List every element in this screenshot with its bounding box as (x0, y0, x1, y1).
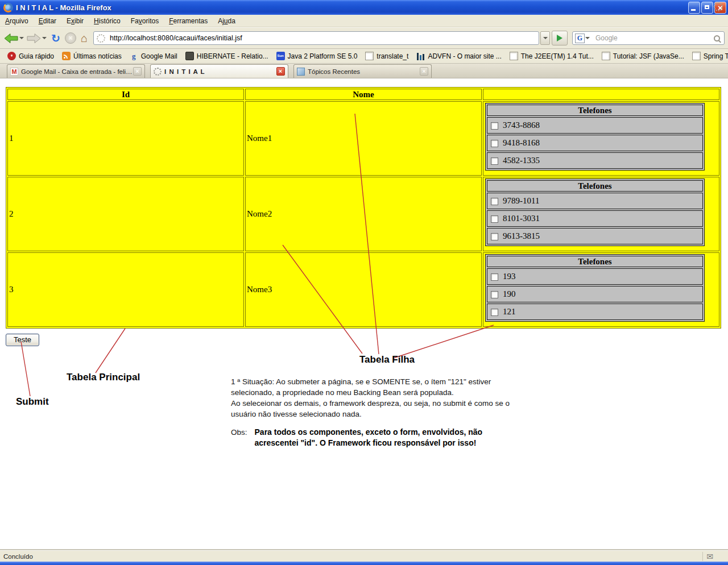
status-text: Concluído (3, 553, 702, 560)
browser-tab[interactable]: I N I T I A L × (150, 64, 288, 78)
bookmark-icon (692, 52, 701, 60)
menu-item[interactable]: Favoritos (126, 15, 164, 27)
home-icon[interactable]: ⌂ (81, 32, 88, 45)
forward-dropdown-icon[interactable] (42, 37, 47, 39)
phone-row: 190 (487, 286, 703, 302)
bookmark-item[interactable]: Sun Java 2 Platform SE 5.0 (272, 51, 362, 61)
teste-button[interactable]: Teste (6, 334, 39, 346)
tabela-principal-annotation: Tabela Principal (67, 372, 140, 383)
id-cell: 2 (7, 177, 244, 251)
id-cell: 3 (7, 252, 244, 327)
phone-number: 9613-3815 (503, 232, 540, 241)
back-dropdown-icon[interactable] (19, 37, 24, 39)
bookmark-item[interactable]: Últimas notícias (58, 51, 126, 61)
firefox-icon (3, 3, 13, 13)
navigation-toolbar: ↻ × ⌂ G (0, 27, 728, 49)
phone-checkbox[interactable] (491, 273, 498, 281)
menu-item[interactable]: Arquivo (0, 15, 34, 27)
back-arrow-icon (3, 32, 19, 44)
url-field[interactable] (93, 31, 539, 45)
mail-icon[interactable]: ✉ (702, 552, 717, 561)
tab-favicon (297, 68, 305, 76)
url-input[interactable] (109, 34, 536, 43)
tab-close-icon[interactable]: × (133, 67, 142, 76)
bookmark-item[interactable]: Spring Tutorial iBatis ... (688, 51, 728, 61)
stop-icon[interactable]: × (65, 32, 76, 44)
phone-checkbox[interactable] (491, 309, 498, 316)
url-history-dropdown[interactable] (540, 31, 550, 45)
bookmark-item[interactable]: translate_t (361, 51, 412, 61)
bookmark-item[interactable]: Guia rápido (3, 51, 58, 61)
phone-number: 121 (503, 308, 516, 317)
menu-item[interactable]: Ferramentas (164, 15, 213, 27)
main-table-header-row: Id Nome (7, 89, 719, 100)
phone-cell: 4582-1335 (487, 152, 703, 169)
bookmark-item[interactable]: The J2EE(TM) 1.4 Tut... (506, 51, 598, 61)
bookmark-icon: Sun (276, 52, 285, 60)
tab-close-icon[interactable]: × (420, 67, 428, 76)
phone-cell: 9613-3815 (487, 228, 703, 244)
phone-number: 9789-1011 (503, 197, 539, 206)
obs-label: Obs: (231, 427, 247, 448)
phone-checkbox[interactable] (491, 215, 498, 223)
search-icon[interactable] (714, 35, 720, 41)
situacao-paragraph: 1 ª Situação: Ao submeter a página, se e… (231, 376, 510, 419)
tab-favicon (154, 68, 162, 76)
phone-checkbox[interactable] (491, 198, 498, 205)
browser-tab[interactable]: Tópicos Recentes × (293, 64, 432, 78)
menu-item[interactable]: Exibir (61, 15, 89, 27)
browser-tab[interactable]: M Google Mail - Caixa de entrada - felip… (7, 64, 145, 78)
child-table-header: Telefones (487, 256, 703, 267)
phone-row: 3743-8868 (487, 117, 703, 134)
bookmark-label: Tutorial: JSF (JavaSe... (613, 52, 684, 60)
phone-checkbox[interactable] (491, 122, 498, 130)
tab-label: Google Mail - Caixa de entrada - felipe.… (21, 68, 133, 75)
child-table-cell: Telefones 193 190 121 (483, 252, 719, 327)
nome-cell: Nome2 (245, 177, 482, 251)
bookmark-icon: g (130, 52, 138, 60)
text-line: selecionado, a propriedade no meu Backin… (231, 387, 510, 398)
forward-button[interactable] (26, 32, 42, 44)
menubar: Arquivo Editar Exibir Histórico Favorito… (0, 15, 728, 27)
search-engine-icon[interactable]: G (575, 34, 585, 43)
back-button[interactable] (3, 32, 19, 44)
phone-checkbox[interactable] (491, 233, 498, 240)
bookmark-item[interactable]: HIBERNATE - Relatio... (181, 51, 272, 61)
bookmark-label: Guia rápido (19, 52, 54, 60)
go-button[interactable] (552, 31, 568, 45)
obs-text: Para todos os componentes, exceto o form… (255, 427, 483, 448)
child-table-header: Telefones (487, 105, 703, 116)
bookmark-icon (7, 52, 16, 60)
menu-item[interactable]: Ajuda (213, 15, 241, 27)
reload-icon[interactable]: ↻ (51, 32, 60, 45)
phone-row: 121 (487, 304, 703, 320)
nome-cell: Nome3 (245, 252, 482, 327)
tab-favicon: M (10, 68, 18, 76)
text-line: 1 ª Situação: Ao submeter a página, se e… (231, 376, 510, 387)
phone-checkbox[interactable] (491, 291, 498, 298)
tab-close-icon[interactable]: × (276, 67, 285, 76)
search-engine-dropdown-icon[interactable] (585, 37, 590, 39)
bookmark-label: Java 2 Platform SE 5.0 (288, 52, 358, 60)
header-empty (483, 89, 719, 100)
phone-checkbox[interactable] (491, 157, 498, 165)
maximize-button[interactable] (701, 2, 713, 14)
child-table-header: Telefones (487, 180, 703, 192)
search-input[interactable] (594, 34, 714, 43)
minimize-button[interactable] (688, 2, 700, 14)
bookmark-label: Spring Tutorial iBatis ... (704, 52, 728, 60)
menu-item[interactable]: Editar (34, 15, 61, 27)
bookmark-label: translate_t (377, 52, 408, 60)
bookmark-item[interactable]: g Google Mail (126, 51, 181, 61)
phone-row: 9789-1011 (487, 193, 703, 209)
phone-checkbox[interactable] (491, 140, 498, 147)
phone-cell: 8101-3031 (487, 210, 703, 227)
bookmark-icon (185, 52, 194, 60)
search-box[interactable]: G (572, 31, 725, 45)
bookmark-icon (62, 52, 71, 60)
chevron-down-icon (543, 37, 548, 39)
phone-number: 4582-1335 (503, 156, 540, 165)
bookmark-item[interactable]: ADVFN - O maior site ... (412, 51, 505, 61)
menu-item[interactable]: Histórico (89, 15, 126, 27)
bookmark-item[interactable]: Tutorial: JSF (JavaSe... (598, 51, 688, 61)
